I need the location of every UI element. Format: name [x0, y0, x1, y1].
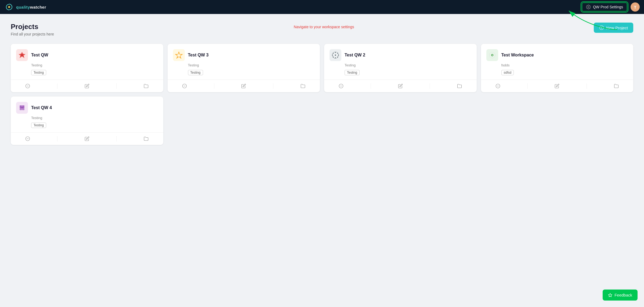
svg-marker-51 — [608, 293, 612, 297]
svg-point-2 — [588, 6, 589, 8]
edit-icon — [555, 84, 559, 88]
project-desc-test-qw-2: Testing — [330, 63, 471, 67]
gear-icon — [586, 5, 591, 9]
svg-point-29 — [332, 55, 333, 56]
svg-point-23 — [335, 52, 336, 53]
folder-icon — [614, 84, 619, 88]
card-divider — [527, 83, 528, 89]
logo: qualitywatcher — [4, 2, 46, 12]
feedback-button[interactable]: Feedback — [603, 290, 638, 301]
project-card-footer-test-qw-3 — [168, 80, 320, 92]
plus-icon — [599, 25, 604, 30]
project-card-body: Test QW 2 Testing Testing — [324, 44, 477, 80]
edit-icon — [85, 136, 89, 141]
card-divider — [116, 136, 117, 141]
page-title: Projects — [11, 23, 54, 31]
project-icon-test-qw-4 — [16, 102, 28, 114]
svg-point-30 — [333, 53, 334, 54]
project-tag-test-qw: Testing — [31, 70, 46, 75]
project-desc-test-qw: Testing — [16, 63, 158, 67]
delete-button-test-qw[interactable] — [23, 83, 32, 90]
delete-button-test-qw-2[interactable] — [337, 83, 346, 90]
avatar[interactable]: T — [631, 2, 640, 12]
minus-circle-icon — [182, 84, 187, 88]
svg-point-46 — [20, 109, 21, 110]
project-desc-test-workspace: fsdds — [486, 63, 628, 67]
project-card-top: Test QW 3 — [173, 49, 315, 61]
folder-icon — [301, 84, 305, 88]
delete-button-test-qw-3[interactable] — [180, 83, 189, 90]
svg-point-16 — [177, 57, 178, 58]
card-divider — [273, 83, 273, 89]
project-desc-test-qw-3: Testing — [173, 63, 315, 67]
open-button-test-qw-3[interactable] — [298, 83, 307, 90]
svg-point-17 — [176, 54, 177, 55]
project-icon-test-qw-3 — [173, 49, 185, 61]
project-name-test-qw-4: Test QW 4 — [31, 105, 52, 110]
card-divider — [587, 83, 587, 89]
project-card-body: Test QW 3 Testing Testing — [168, 44, 320, 80]
logo-icon — [4, 2, 14, 12]
project-card-footer-test-qw — [11, 80, 163, 92]
settings-button[interactable]: QW Prod Settings — [582, 2, 627, 12]
header-right: QW Prod Settings T — [582, 2, 640, 12]
minus-circle-icon — [495, 84, 500, 88]
open-button-test-qw-4[interactable] — [142, 135, 151, 142]
main: Projects Find all your projects here Nav… — [0, 0, 644, 307]
page-header: Projects Find all your projects here Nav… — [11, 23, 633, 36]
folder-icon — [144, 84, 149, 88]
svg-rect-12 — [173, 49, 185, 61]
card-divider — [57, 136, 57, 141]
project-card-top: Test QW 2 — [330, 49, 471, 61]
project-name-test-qw-2: Test QW 2 — [345, 53, 365, 58]
new-project-label: New Project — [606, 26, 628, 30]
page-title-group: Projects Find all your projects here — [11, 23, 54, 36]
delete-button-test-qw-4[interactable] — [23, 135, 32, 142]
edit-button-test-qw-4[interactable] — [82, 135, 92, 142]
folder-icon — [457, 84, 462, 88]
project-icon-test-workspace — [486, 49, 498, 61]
project-tag-test-workspace: sdfsd — [501, 70, 514, 75]
project-card-top: Test QW — [16, 49, 158, 61]
project-card-footer-test-qw-4 — [11, 132, 163, 145]
project-desc-test-qw-4: Testing — [16, 116, 158, 120]
svg-point-14 — [180, 54, 181, 55]
svg-point-42 — [23, 105, 24, 107]
svg-point-43 — [20, 107, 21, 109]
content-area: Projects Find all your projects here Nav… — [0, 14, 644, 154]
project-card-body: Test QW 4 Testing Testing — [11, 97, 163, 132]
new-project-button[interactable]: New Project — [594, 23, 633, 33]
open-button-test-qw[interactable] — [142, 83, 151, 90]
svg-point-24 — [337, 53, 338, 54]
project-card-top: Test Workspace — [486, 49, 628, 61]
minus-circle-icon — [25, 136, 30, 141]
edit-button-test-workspace[interactable] — [552, 83, 562, 90]
edit-button-test-qw-3[interactable] — [239, 83, 248, 90]
open-button-test-workspace[interactable] — [612, 83, 621, 90]
delete-button-test-workspace[interactable] — [493, 83, 502, 90]
svg-point-36 — [492, 55, 493, 56]
svg-point-25 — [338, 55, 339, 56]
nav-hint: Navigate to your workspace settings — [294, 25, 354, 29]
svg-point-40 — [20, 105, 21, 107]
svg-point-45 — [23, 107, 24, 109]
minus-circle-icon — [339, 84, 343, 88]
project-card-top: Test QW 4 — [16, 102, 158, 114]
card-divider — [371, 83, 371, 89]
svg-point-27 — [335, 58, 336, 58]
project-card-test-qw-2: Test QW 2 Testing Testing — [324, 44, 477, 92]
projects-grid: Test QW Testing Testing — [11, 44, 633, 145]
project-tag-test-qw-3: Testing — [188, 70, 203, 75]
project-card-test-qw-3: Test QW 3 Testing Testing — [168, 44, 320, 92]
edit-button-test-qw-2[interactable] — [396, 83, 405, 90]
svg-point-44 — [21, 107, 23, 109]
project-card-footer-test-qw-2 — [324, 80, 477, 92]
edit-button-test-qw[interactable] — [82, 83, 92, 90]
project-card-test-qw-4: Test QW 4 Testing Testing — [11, 97, 163, 145]
card-divider — [57, 83, 57, 89]
project-icon-test-qw-2 — [330, 49, 341, 61]
open-button-test-qw-2[interactable] — [455, 83, 464, 90]
project-card-body: Test Workspace fsdds sdfsd — [481, 44, 634, 80]
feedback-label: Feedback — [614, 293, 632, 297]
card-divider — [116, 83, 117, 89]
